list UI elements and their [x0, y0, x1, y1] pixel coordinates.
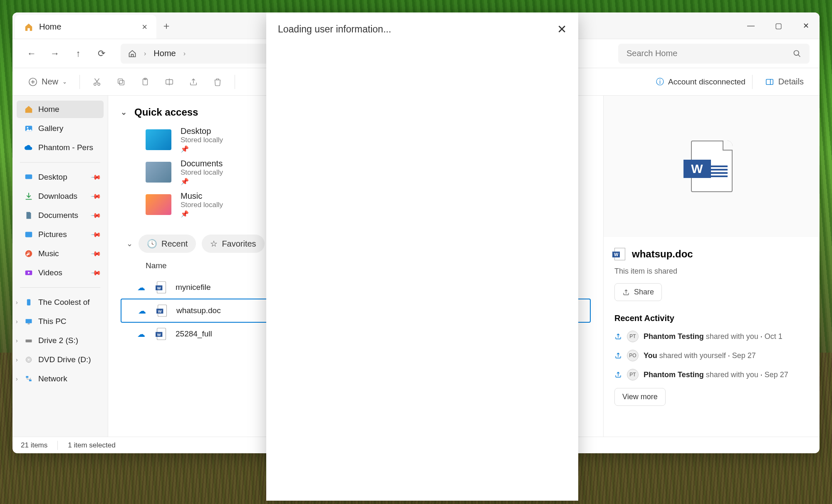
- video-icon: [24, 268, 33, 277]
- filter-favorites[interactable]: ☆Favorites: [202, 235, 264, 253]
- sidebar-item-onedrive[interactable]: Phantom - Pers: [17, 139, 104, 156]
- rename-button[interactable]: [159, 73, 180, 91]
- chevron-down-icon: ⌄: [62, 79, 67, 85]
- home-icon: [128, 49, 136, 58]
- svg-point-18: [27, 127, 28, 128]
- folder-icon: [146, 129, 171, 150]
- sidebar-item-home[interactable]: Home: [17, 101, 104, 118]
- delete-button[interactable]: [207, 73, 228, 91]
- new-button[interactable]: New ⌄: [22, 73, 73, 91]
- search-box[interactable]: [618, 44, 810, 64]
- sidebar-item-music[interactable]: Music📌: [17, 245, 104, 262]
- cloud-icon: ☁: [137, 283, 147, 292]
- chevron-right-icon: ›: [183, 50, 186, 57]
- pictures-icon: [24, 230, 33, 239]
- chevron-down-icon: ⌄: [121, 108, 127, 117]
- breadcrumb-location: Home: [154, 49, 176, 58]
- disc-icon: [24, 355, 33, 364]
- chevron-right-icon: ›: [16, 299, 18, 306]
- sidebar-item-downloads[interactable]: Downloads📌: [17, 188, 104, 205]
- activity-row: PT Phantom Testing shared with you · Sep…: [614, 369, 809, 380]
- svg-point-28: [28, 359, 29, 360]
- svg-rect-9: [119, 80, 124, 85]
- chevron-right-icon: ›: [16, 356, 18, 363]
- forward-button[interactable]: →: [46, 44, 64, 63]
- pin-icon: 📌: [181, 178, 223, 185]
- pin-icon: 📌: [90, 190, 102, 202]
- sidebar-item-videos[interactable]: Videos📌: [17, 264, 104, 282]
- home-icon: [24, 22, 33, 32]
- pin-icon: 📌: [90, 210, 102, 221]
- sidebar-item-gallery[interactable]: Gallery: [17, 120, 104, 137]
- modal-title: Loading user information...: [278, 24, 391, 35]
- activity-row: PT Phantom Testing shared with you · Oct…: [614, 331, 809, 342]
- back-button[interactable]: ←: [22, 44, 41, 63]
- svg-text:W: W: [157, 286, 161, 290]
- pc-icon: [24, 317, 33, 326]
- sidebar-item-thispc[interactable]: ›This PC: [17, 313, 104, 330]
- cloud-icon: ☁: [137, 329, 147, 339]
- up-button[interactable]: ↑: [69, 44, 87, 63]
- share-icon: [614, 352, 622, 359]
- refresh-button[interactable]: ⟳: [92, 44, 111, 63]
- cut-button[interactable]: [87, 73, 107, 91]
- svg-rect-10: [118, 79, 123, 83]
- svg-text:W: W: [157, 333, 161, 337]
- modal-close-button[interactable]: ✕: [557, 22, 567, 36]
- cloud-icon: ☁: [138, 306, 148, 316]
- details-shared-text: This item is shared: [614, 267, 809, 276]
- tab-home[interactable]: Home ×: [15, 15, 156, 39]
- new-tab-button[interactable]: ＋: [156, 12, 176, 39]
- tab-title: Home: [39, 22, 61, 32]
- info-icon: ⓘ: [656, 77, 664, 87]
- word-doc-icon: W: [156, 304, 168, 318]
- filter-recent[interactable]: 🕓Recent: [139, 235, 196, 253]
- svg-text:W: W: [158, 309, 162, 314]
- share-icon: [614, 371, 622, 378]
- share-icon: [614, 333, 622, 340]
- sidebar-item-drive2[interactable]: ›Drive 2 (S:): [17, 332, 104, 349]
- tab-close-icon[interactable]: ×: [142, 22, 147, 32]
- drive-icon: [24, 298, 33, 307]
- search-icon: [793, 49, 801, 58]
- sidebar-item-desktop[interactable]: Desktop📌: [17, 168, 104, 186]
- close-button[interactable]: ✕: [792, 12, 820, 39]
- activity-title: Recent Activity: [614, 314, 809, 323]
- pin-icon: 📌: [90, 248, 102, 259]
- chevron-right-icon: ›: [16, 318, 18, 325]
- share-button[interactable]: Share: [614, 283, 662, 301]
- svg-rect-26: [26, 340, 32, 343]
- svg-point-0: [794, 50, 799, 55]
- sidebar-item-dvd[interactable]: ›DVD Drive (D:): [17, 351, 104, 368]
- search-input[interactable]: [626, 49, 793, 58]
- sidebar-item-network[interactable]: ›Network: [17, 370, 104, 388]
- avatar: PT: [627, 369, 639, 380]
- selection-count: 1 item selected: [68, 441, 115, 450]
- svg-rect-19: [25, 175, 32, 179]
- share-button[interactable]: [183, 73, 204, 91]
- pin-icon: 📌: [181, 210, 223, 218]
- svg-rect-29: [26, 376, 28, 378]
- activity-row: PO You shared with yourself · Sep 27: [614, 350, 809, 361]
- sidebar-item-pictures[interactable]: Pictures📌: [17, 226, 104, 243]
- window-controls: — ▢ ✕: [737, 12, 820, 39]
- clock-icon: 🕓: [147, 239, 157, 249]
- word-doc-icon: [614, 248, 625, 260]
- chevron-right-icon: ›: [16, 337, 18, 344]
- sidebar-item-documents[interactable]: Documents📌: [17, 207, 104, 224]
- image-icon: [24, 124, 33, 133]
- paste-button[interactable]: [135, 73, 156, 91]
- copy-button[interactable]: [111, 73, 131, 91]
- item-count: 21 items: [21, 441, 47, 450]
- svg-rect-25: [28, 324, 30, 324]
- svg-line-1: [798, 54, 800, 57]
- network-icon: [24, 374, 33, 383]
- maximize-button[interactable]: ▢: [765, 12, 792, 39]
- view-more-button[interactable]: View more: [614, 388, 666, 406]
- minimize-button[interactable]: —: [737, 12, 765, 39]
- folder-icon: [146, 194, 171, 215]
- sidebar-item-coolest[interactable]: ›The Coolest of: [17, 294, 104, 311]
- account-status[interactable]: ⓘ Account disconnected: [656, 77, 745, 87]
- star-icon: ☆: [210, 239, 218, 249]
- details-toggle[interactable]: Details: [759, 73, 810, 91]
